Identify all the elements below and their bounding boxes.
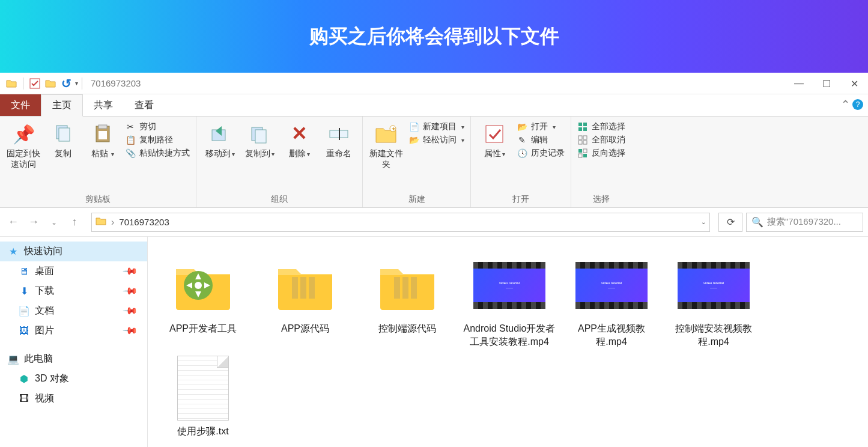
document-icon: 📄 xyxy=(18,305,30,317)
folder-icon xyxy=(167,252,239,318)
recent-dropdown[interactable]: ⌄ xyxy=(46,214,62,231)
maximize-button[interactable]: ☐ xyxy=(813,73,840,94)
banner-title: 购买之后你将会得到以下文件 xyxy=(309,23,559,50)
ribbon-group-select: 全部选择 全部取消 反向选择 选择 xyxy=(571,117,631,207)
pin-icon: 📌 xyxy=(122,263,139,280)
address-dropdown-icon[interactable]: ⌄ xyxy=(701,219,706,225)
sidebar-quick-access[interactable]: ★ 快速访问 xyxy=(0,242,147,261)
sidebar-desktop[interactable]: 🖥 桌面📌 xyxy=(0,261,147,281)
file-item[interactable]: video tutorial――控制端安装视频教程.mp4 xyxy=(663,250,764,350)
edit-icon: ✎ xyxy=(517,135,527,145)
copy-path-button[interactable]: 📋复制路径 xyxy=(125,135,190,145)
svg-rect-24 xyxy=(578,154,582,157)
scissors-icon: ✂ xyxy=(125,121,136,132)
copy-button[interactable]: 复制 xyxy=(46,120,80,159)
pin-icon: 📌 xyxy=(122,283,139,300)
txt-file-icon xyxy=(167,355,239,421)
tab-home[interactable]: 主页 xyxy=(41,94,83,117)
back-button[interactable]: ← xyxy=(5,214,22,231)
nav-sidebar: ★ 快速访问 🖥 桌面📌 ⬇ 下载📌 📄 文档📌 🖼 图片📌 💻 此电脑 ⬢ 3… xyxy=(0,237,148,447)
video-icon: 🎞 xyxy=(18,393,30,405)
properties-check-icon[interactable] xyxy=(29,78,41,90)
file-item[interactable]: video tutorial――APP生成视频教程.mp4 xyxy=(561,250,662,350)
new-folder-button[interactable]: ✦ 新建文件夹 xyxy=(369,120,404,169)
svg-rect-17 xyxy=(583,127,587,131)
undo-icon[interactable]: ↺ xyxy=(60,78,72,90)
svg-text:✦: ✦ xyxy=(391,126,396,132)
new-folder-icon: ✦ xyxy=(375,123,398,145)
search-box[interactable]: 🔍 搜索"701697320... xyxy=(746,213,863,232)
svg-rect-28 xyxy=(292,277,298,299)
ribbon-group-open: 属性▾ 📂打开 ▾ ✎编辑 🕓历史记录 打开 xyxy=(471,117,571,207)
close-button[interactable]: ✕ xyxy=(840,73,868,94)
tab-share[interactable]: 共享 xyxy=(83,94,124,116)
history-button[interactable]: 🕓历史记录 xyxy=(517,148,565,159)
file-item[interactable]: APP开发者工具 xyxy=(153,250,253,350)
select-all-button[interactable]: 全部选择 xyxy=(577,121,625,132)
svg-point-27 xyxy=(195,282,202,289)
properties-button[interactable]: 属性▾ xyxy=(477,120,512,159)
file-name: APP生成视频教程.mp4 xyxy=(563,322,660,348)
file-item[interactable]: APP源代码 xyxy=(255,250,356,350)
cut-button[interactable]: ✂剪切 xyxy=(125,121,190,132)
minimize-button[interactable]: — xyxy=(785,73,813,94)
paste-button[interactable]: 粘贴 ▾ xyxy=(85,120,120,159)
copy-to-button[interactable]: 复制到▾ xyxy=(242,120,277,159)
sidebar-pictures[interactable]: 🖼 图片📌 xyxy=(0,321,147,341)
edit-button[interactable]: ✎编辑 xyxy=(517,135,565,145)
select-all-icon xyxy=(577,121,588,132)
file-item[interactable]: 控制端源代码 xyxy=(357,250,458,350)
search-icon: 🔍 xyxy=(751,216,763,228)
sidebar-3d-objects[interactable]: ⬢ 3D 对象 xyxy=(0,369,147,389)
star-icon: ★ xyxy=(7,246,19,258)
picture-icon: 🖼 xyxy=(18,325,30,337)
rename-button[interactable]: 重命名 xyxy=(321,120,356,159)
video-thumb-icon: video tutorial―― xyxy=(473,252,545,318)
ribbon-tabs: 文件 主页 共享 查看 ⌃ ? xyxy=(0,94,868,117)
folder-small-icon[interactable] xyxy=(44,78,56,90)
collapse-ribbon-icon[interactable]: ⌃ xyxy=(841,98,850,111)
tab-view[interactable]: 查看 xyxy=(124,94,165,116)
pc-icon: 💻 xyxy=(7,353,19,365)
address-bar[interactable]: › 7016973203 ⌄ xyxy=(91,213,710,232)
help-icon[interactable]: ? xyxy=(852,99,863,110)
promo-banner: 购买之后你将会得到以下文件 xyxy=(0,0,868,73)
paste-icon xyxy=(91,123,114,145)
sidebar-videos[interactable]: 🎞 视频 xyxy=(0,389,147,409)
ribbon-group-organize: 移动到▾ 复制到▾ ✕ 删除▾ 重命名 组织 xyxy=(196,117,363,207)
open-icon: 📂 xyxy=(517,121,527,132)
invert-icon xyxy=(577,148,588,159)
up-button[interactable]: ↑ xyxy=(66,214,83,231)
svg-rect-25 xyxy=(583,154,587,157)
qat-dropdown-icon[interactable]: ▾ xyxy=(75,80,78,87)
ribbon: 📌 固定到快速访问 复制 粘贴 ▾ ✂剪切 📋复制路径 📎粘贴快捷方式 剪贴板 xyxy=(0,117,868,208)
forward-button[interactable]: → xyxy=(25,214,42,231)
copy-to-icon xyxy=(248,123,271,145)
sidebar-documents[interactable]: 📄 文档📌 xyxy=(0,301,147,321)
refresh-button[interactable]: ⟳ xyxy=(718,213,742,232)
move-to-button[interactable]: 移动到▾ xyxy=(202,120,237,159)
file-item[interactable]: 使用步骤.txt xyxy=(153,353,253,440)
select-none-icon xyxy=(577,135,588,145)
sidebar-this-pc[interactable]: 💻 此电脑 xyxy=(0,349,147,369)
cube-icon: ⬢ xyxy=(18,373,30,385)
svg-rect-5 xyxy=(99,131,107,139)
file-list: APP开发者工具APP源代码控制端源代码video tutorial――Andr… xyxy=(148,237,868,447)
invert-selection-button[interactable]: 反向选择 xyxy=(577,148,625,159)
svg-rect-15 xyxy=(583,123,587,126)
sidebar-downloads[interactable]: ⬇ 下载📌 xyxy=(0,281,147,301)
breadcrumb[interactable]: 7016973203 xyxy=(119,217,169,227)
select-none-button[interactable]: 全部取消 xyxy=(577,135,625,145)
delete-button[interactable]: ✕ 删除▾ xyxy=(282,120,317,159)
easy-access-button[interactable]: 📂轻松访问 ▾ xyxy=(408,135,464,145)
folder-icon xyxy=(269,252,341,318)
history-icon: 🕓 xyxy=(517,148,527,159)
open-button[interactable]: 📂打开 ▾ xyxy=(517,121,565,132)
paste-shortcut-button[interactable]: 📎粘贴快捷方式 xyxy=(125,148,190,159)
easy-access-icon: 📂 xyxy=(408,135,419,145)
file-item[interactable]: video tutorial――Android Studio开发者工具安装教程.… xyxy=(459,250,560,350)
svg-rect-14 xyxy=(578,123,582,126)
tab-file[interactable]: 文件 xyxy=(0,94,41,116)
pin-quick-access-button[interactable]: 📌 固定到快速访问 xyxy=(6,120,41,169)
new-item-button[interactable]: 📄新建项目 ▾ xyxy=(408,121,464,132)
